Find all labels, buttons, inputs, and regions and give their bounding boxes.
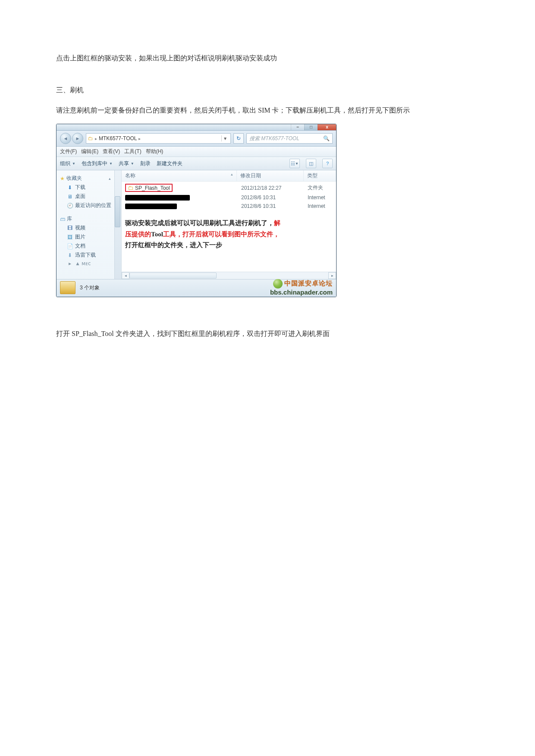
sort-indicator-icon: ▴ — [231, 172, 233, 176]
toolbar: 组织▼ 包含到库中▼ 共享▼ 刻录 新建文件夹 ☷ ▼ ◫ ? — [57, 157, 336, 170]
desktop-icon: 🖥 — [67, 194, 73, 200]
watermark-logo-icon — [273, 279, 283, 289]
nav-back-button[interactable]: ◄ — [60, 133, 71, 144]
sidebar-item-documents[interactable]: 📄 文档 — [60, 242, 119, 251]
file-date: 2012/8/6 10:31 — [238, 202, 304, 210]
download-icon: ⬇ — [67, 185, 73, 191]
watermark: 中国派安卓论坛 bbs.chinapader.com — [270, 279, 333, 296]
horizontal-scrollbar[interactable]: ◂ ▸ — [122, 272, 336, 279]
toolbar-share[interactable]: 共享▼ — [119, 160, 134, 167]
column-headers: 名称 ▴ 修改日期 类型 — [122, 170, 336, 182]
preview-pane-button[interactable]: ◫ — [306, 159, 316, 168]
sidebar-libraries-header[interactable]: 🗃 库 — [60, 214, 119, 223]
toolbar-organize[interactable]: 组织▼ — [60, 160, 76, 167]
file-list-pane: 名称 ▴ 修改日期 类型 🗀 SP_Flash_Tool — [122, 170, 336, 279]
section-title: 三、刷机 — [56, 84, 479, 97]
menu-file[interactable]: 文件(F) — [60, 148, 77, 155]
file-type: 文件夹 — [304, 183, 336, 192]
sidebar-item-downloads[interactable]: ⬇ 下载 — [60, 183, 119, 192]
video-icon: 🎞 — [67, 225, 73, 231]
table-row[interactable]: 🗀 SP_Flash_Tool 2012/12/18 22:27 文件夹 — [122, 182, 336, 193]
window-minimize-button[interactable]: – — [291, 124, 304, 130]
chevron-up-icon: ▴ — [109, 176, 111, 181]
sidebar-item-videos[interactable]: 🎞 视频 — [60, 223, 119, 232]
menu-view[interactable]: 查看(V) — [103, 148, 120, 155]
sidebar-item-recent[interactable]: 🕘 最近访问的位置 — [60, 201, 119, 210]
star-icon: ★ — [60, 176, 65, 182]
status-bar: 3 个对象 中国派安卓论坛 bbs.chinapader.com — [57, 279, 336, 297]
chevron-right-icon: ▸ — [95, 136, 97, 141]
window-titlebar: – □ x — [57, 124, 336, 131]
table-row[interactable]: 2012/8/6 10:31 Internet — [122, 202, 336, 210]
refresh-button[interactable]: ↻ — [233, 133, 244, 144]
search-input[interactable]: 搜索 MTK6577-TOOL 🔍 — [246, 133, 333, 144]
help-button[interactable]: ? — [322, 159, 333, 168]
sidebar-favorites-header[interactable]: ★ 收藏夹 ▴ — [60, 174, 119, 183]
redacted-name — [125, 204, 177, 209]
file-date: 2012/8/6 10:31 — [238, 194, 304, 201]
search-placeholder: 搜索 MTK6577-TOOL — [249, 135, 299, 142]
paragraph-open-tool: 打开 SP_Flash_Tool 文件夹进入，找到下图红框里的刷机程序，双击打开… — [56, 327, 479, 340]
highlighted-folder: 🗀 SP_Flash_Tool — [125, 184, 173, 192]
breadcrumb-folder[interactable]: MTK6577-TOOL — [99, 135, 137, 141]
view-mode-button[interactable]: ☷ ▼ — [290, 159, 300, 168]
column-type[interactable]: 类型 — [304, 170, 336, 181]
xunlei-icon: ⬇ — [67, 252, 73, 258]
file-type: Internet — [304, 202, 336, 210]
scroll-left-icon[interactable]: ◂ — [122, 272, 129, 279]
document-icon: 📄 — [67, 243, 73, 249]
menu-tools[interactable]: 工具(T) — [124, 148, 141, 155]
nav-forward-button[interactable]: ► — [72, 133, 83, 144]
paragraph-backup-note: 请注意刷机前一定要备份好自己的重要资料，然后关闭手机，取出 SIM 卡；下载解压… — [56, 104, 479, 117]
menu-bar: 文件(F) 编辑(E) 查看(V) 工具(T) 帮助(H) — [57, 147, 336, 157]
chevron-right-icon: ▸ — [138, 136, 141, 141]
window-maximize-button[interactable]: □ — [304, 124, 318, 130]
scroll-right-icon[interactable]: ▸ — [328, 272, 336, 279]
picture-icon: 🖼 — [67, 234, 73, 240]
redacted-name — [125, 195, 190, 201]
paragraph-driver-success: 点击上图红框的驱动安装，如果出现上图的对话框说明刷机驱动安装成功 — [56, 52, 479, 65]
sidebar-item-pictures[interactable]: 🖼 图片 — [60, 232, 119, 242]
toolbar-burn[interactable]: 刻录 — [140, 160, 151, 167]
sidebar-item-xunlei[interactable]: ⬇ 迅雷下载 — [60, 251, 119, 260]
toolbar-new-folder[interactable]: 新建文件夹 — [157, 160, 183, 167]
file-name: SP_Flash_Tool — [135, 185, 170, 191]
status-folder-icon — [60, 281, 76, 294]
table-row[interactable]: 2012/8/6 10:31 Internet — [122, 193, 336, 202]
breadcrumb[interactable]: 🗀 ▸ MTK6577-TOOL ▸ ▾ — [86, 133, 231, 144]
explorer-window: – □ x ◄ ► 🗀 ▸ MTK6577-TOOL ▸ ▾ ↻ 搜索 MTK6… — [56, 124, 337, 297]
folder-icon: 🗀 — [128, 185, 133, 191]
generic-icon: ▸ — [67, 260, 73, 267]
column-date[interactable]: 修改日期 — [237, 170, 304, 181]
window-close-button[interactable]: x — [318, 124, 336, 130]
column-name[interactable]: 名称 ▴ — [122, 170, 237, 181]
breadcrumb-dropdown-icon[interactable]: ▾ — [221, 135, 229, 141]
folder-icon: 🗀 — [88, 135, 93, 141]
menu-help[interactable]: 帮助(H) — [146, 148, 164, 155]
sidebar-item-desktop[interactable]: 🖥 桌面 — [60, 192, 119, 201]
search-icon: 🔍 — [323, 135, 330, 141]
library-icon: 🗃 — [60, 216, 65, 222]
recent-icon: 🕘 — [67, 203, 73, 209]
file-date: 2012/12/18 22:27 — [238, 184, 304, 192]
toolbar-include-in-library[interactable]: 包含到库中▼ — [82, 160, 113, 167]
menu-edit[interactable]: 编辑(E) — [81, 148, 98, 155]
overlay-annotation: 驱动安装完成后就可以可以用刷机工具进行刷机了，解 压提供的Tool工具，打开后就… — [125, 218, 332, 251]
file-type: Internet — [304, 194, 336, 201]
address-bar: ◄ ► 🗀 ▸ MTK6577-TOOL ▸ ▾ ↻ 搜索 MTK6577-TO… — [57, 131, 336, 147]
navigation-sidebar: ★ 收藏夹 ▴ ⬇ 下载 🖥 桌面 🕘 最近访问的位置 — [57, 170, 122, 279]
sidebar-item-truncated[interactable]: ▸ ▲ ᴍᴇᴄ — [60, 260, 119, 267]
status-text: 3 个对象 — [80, 284, 100, 292]
